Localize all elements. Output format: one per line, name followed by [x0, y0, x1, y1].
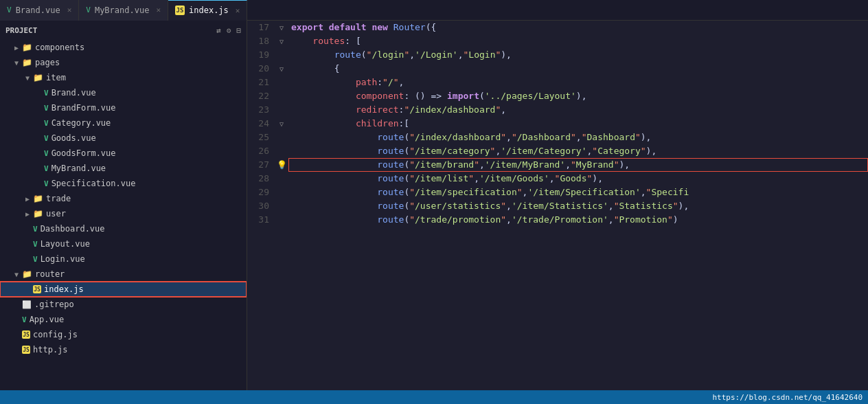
folder-icon-pages: 📁	[22, 58, 32, 67]
tab-index-js[interactable]: JS index.js ✕	[168, 0, 247, 21]
lightbulb-icon[interactable]: 💡	[277, 160, 287, 170]
git-icon: ⬜	[22, 300, 32, 309]
tree-item-index-js[interactable]: JS index.js	[0, 282, 247, 297]
tree-item-goodsform[interactable]: V GoodsForm.vue	[0, 146, 247, 161]
vue-icon-goodsform: V	[44, 149, 49, 158]
tab-vue-icon-2: V	[86, 5, 91, 14]
collapse-icon[interactable]: ⊟	[236, 26, 241, 35]
folder-icon-router: 📁	[22, 269, 32, 279]
code-line-21: path:"/",	[288, 76, 868, 89]
tree-label-trade: trade	[46, 194, 244, 203]
code-line-29: route("/item/specification",'/item/Speci…	[288, 186, 868, 199]
tree-item-login[interactable]: V Login.vue	[0, 251, 247, 267]
code-line-18: routes: [	[288, 34, 868, 48]
sidebar-header-icons: ⇄ ⚙ ⊟	[216, 26, 241, 35]
tree-item-mybrand[interactable]: V MyBrand.vue	[0, 161, 247, 176]
code-line-20: {	[288, 62, 868, 76]
tree-label-brand: Brand.vue	[52, 88, 244, 98]
tree-item-item[interactable]: ▼ 📁 item	[0, 70, 247, 85]
js-icon-http: JS	[22, 346, 30, 354]
tree-item-goods[interactable]: V Goods.vue	[0, 131, 247, 146]
gear-icon[interactable]: ⚙	[227, 26, 231, 35]
folder-icon-user: 📁	[33, 209, 43, 218]
tree-item-components[interactable]: ▶ 📁 components	[0, 40, 247, 55]
tree-label-login: Login.vue	[41, 254, 244, 264]
vue-icon-dash: V	[33, 225, 38, 234]
status-url: https://blog.csdn.net/qq_41642640	[712, 393, 863, 402]
folder-icon-trade: 📁	[33, 194, 43, 203]
tree-label-app: App.vue	[30, 315, 244, 324]
tree-label-item: item	[46, 73, 244, 82]
tab-bar: V Brand.vue ✕ V MyBrand.vue ✕ JS index.j…	[0, 0, 868, 21]
sidebar-title: Project	[5, 26, 37, 35]
tree-label: components	[35, 43, 244, 52]
tree-label-brandform: BrandForm.vue	[52, 103, 244, 113]
tab-brand-vue[interactable]: V Brand.vue ✕	[0, 0, 79, 21]
tab-close-index[interactable]: ✕	[236, 6, 240, 15]
folder-icon: 📁	[22, 43, 32, 52]
gutter: ▽ ▽ ▽ ▽ 💡	[275, 21, 288, 390]
folder-icon-item: 📁	[33, 73, 43, 82]
vue-icon-spec: V	[44, 179, 49, 188]
tab-index-label: index.js	[189, 5, 229, 15]
vue-icon-layout: V	[33, 240, 38, 249]
js-icon-config: JS	[22, 330, 30, 339]
status-bar: https://blog.csdn.net/qq_41642640	[0, 390, 868, 404]
code-line-23: redirect:"/index/dashboard",	[288, 103, 868, 117]
code-line-19: route("/login",'/Login',"Login"),	[288, 48, 868, 62]
vue-icon-login: V	[33, 255, 38, 264]
tab-brand-label: Brand.vue	[16, 5, 60, 15]
js-icon-index: JS	[33, 285, 41, 293]
tab-close-mybrand[interactable]: ✕	[156, 5, 161, 14]
main-content: Project ⇄ ⚙ ⊟ ▶ 📁 components ▼ 📁 pages ▼…	[0, 21, 868, 390]
code-line-28: route("/item/list",'/item/Goods',"Goods"…	[288, 172, 868, 186]
tree-label-pages: pages	[35, 58, 244, 67]
tab-mybrand-vue[interactable]: V MyBrand.vue ✕	[79, 0, 168, 21]
vue-icon-mybrand: V	[44, 164, 49, 173]
tab-close-brand[interactable]: ✕	[67, 5, 72, 14]
code-editor: 17 18 19 20 21 22 23 24 25 26 27 28 29 3…	[247, 21, 868, 390]
code-line-25: route("/index/dashboard","/Dashboard","D…	[288, 131, 868, 144]
tree-label-gitrepo: .gitrepo	[34, 300, 244, 309]
tree-item-brand-vue[interactable]: V Brand.vue	[0, 85, 247, 100]
code-content: 17 18 19 20 21 22 23 24 25 26 27 28 29 3…	[247, 21, 868, 390]
tree-label-goodsform: GoodsForm.vue	[52, 148, 244, 158]
sidebar: Project ⇄ ⚙ ⊟ ▶ 📁 components ▼ 📁 pages ▼…	[0, 21, 247, 390]
tree-item-config-js[interactable]: JS config.js	[0, 327, 247, 342]
fold-18[interactable]: ▽	[279, 38, 284, 45]
split-icon[interactable]: ⇄	[216, 26, 221, 35]
tree-label-goods: Goods.vue	[52, 133, 244, 143]
code-lines: export default new Router({ routes: [ ro…	[288, 21, 868, 390]
tree-label-spec: Specification.vue	[52, 179, 244, 188]
fold-24[interactable]: ▽	[279, 120, 284, 128]
vue-icon-app: V	[22, 315, 27, 324]
code-line-22: component: () => import('../pages/Layout…	[288, 89, 868, 103]
fold-17[interactable]: ▽	[279, 24, 284, 32]
tree-item-http-js[interactable]: JS http.js	[0, 342, 247, 357]
vue-icon-goods: V	[44, 134, 49, 143]
tree-item-specification[interactable]: V Specification.vue	[0, 176, 247, 191]
tree-item-brandform[interactable]: V BrandForm.vue	[0, 100, 247, 115]
tree-item-trade[interactable]: ▶ 📁 trade	[0, 191, 247, 206]
tree-label-indexjs: index.js	[44, 284, 244, 294]
tree-item-layout[interactable]: V Layout.vue	[0, 236, 247, 251]
tree-label-router: router	[35, 269, 244, 279]
code-line-31: route("/trade/promotion",'/trade/Promoti…	[288, 213, 868, 227]
code-line-30: route("/user/statistics",'/item/Statisti…	[288, 199, 868, 213]
tab-vue-icon: V	[7, 5, 12, 14]
code-line-27: route("/item/brand",'/item/MyBrand',"MyB…	[288, 158, 868, 172]
tree-item-app-vue[interactable]: V App.vue	[0, 312, 247, 327]
vue-icon: V	[44, 89, 49, 98]
tab-mybrand-label: MyBrand.vue	[95, 5, 149, 15]
sidebar-header: Project ⇄ ⚙ ⊟	[0, 21, 247, 40]
tree-label-http: http.js	[33, 345, 244, 355]
tree-item-gitrepo[interactable]: ⬜ .gitrepo	[0, 297, 247, 312]
tree-item-dashboard[interactable]: V Dashboard.vue	[0, 221, 247, 236]
tree-item-user[interactable]: ▶ 📁 user	[0, 206, 247, 221]
tree-label-mybrand: MyBrand.vue	[52, 164, 244, 173]
tree-label-user: user	[46, 209, 244, 218]
tree-item-category[interactable]: V Category.vue	[0, 115, 247, 131]
tree-item-pages[interactable]: ▼ 📁 pages	[0, 55, 247, 70]
fold-20[interactable]: ▽	[279, 65, 284, 73]
tree-item-router[interactable]: ▼ 📁 router	[0, 267, 247, 282]
